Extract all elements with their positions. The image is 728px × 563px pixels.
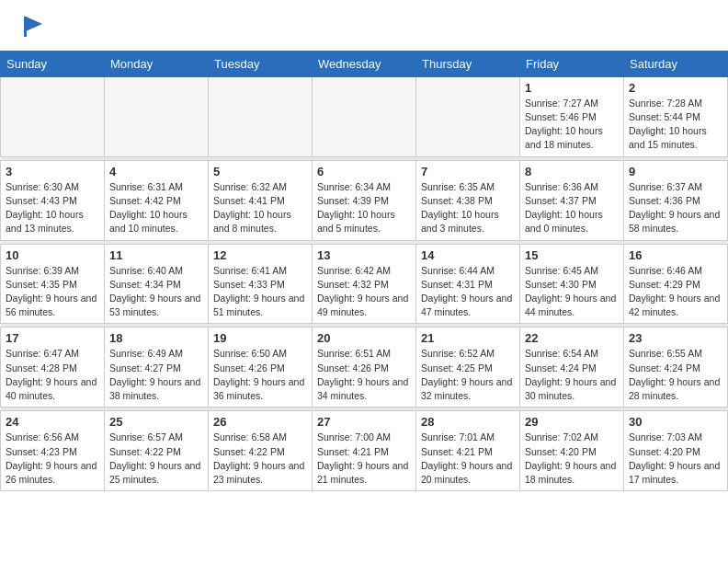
calendar-cell: 19Sunrise: 6:50 AMSunset: 4:26 PMDayligh… [209, 327, 313, 408]
day-info: Sunrise: 6:58 AMSunset: 4:22 PMDaylight:… [213, 431, 307, 487]
day-info: Sunrise: 6:54 AMSunset: 4:24 PMDaylight:… [525, 347, 619, 403]
svg-marker-0 [26, 17, 42, 31]
calendar-cell: 12Sunrise: 6:41 AMSunset: 4:33 PMDayligh… [209, 244, 313, 324]
day-number: 20 [317, 331, 411, 345]
calendar-cell: 27Sunrise: 7:00 AMSunset: 4:21 PMDayligh… [313, 411, 416, 491]
day-info: Sunrise: 7:02 AMSunset: 4:20 PMDaylight:… [525, 431, 619, 487]
calendar-cell: 3Sunrise: 6:30 AMSunset: 4:43 PMDaylight… [1, 160, 105, 240]
day-number: 23 [629, 331, 722, 345]
calendar-cell: 23Sunrise: 6:55 AMSunset: 4:24 PMDayligh… [624, 327, 728, 408]
day-number: 28 [421, 415, 515, 429]
day-number: 3 [6, 165, 99, 178]
day-number: 6 [317, 165, 411, 178]
day-info: Sunrise: 6:47 AMSunset: 4:28 PMDaylight:… [6, 347, 99, 403]
calendar-cell: 22Sunrise: 6:54 AMSunset: 4:24 PMDayligh… [520, 327, 624, 408]
day-number: 24 [6, 415, 99, 429]
day-info: Sunrise: 6:50 AMSunset: 4:26 PMDaylight:… [213, 347, 307, 403]
day-number: 18 [109, 331, 203, 345]
day-info: Sunrise: 6:51 AMSunset: 4:26 PMDaylight:… [317, 347, 411, 403]
calendar-cell: 7Sunrise: 6:35 AMSunset: 4:38 PMDaylight… [416, 160, 520, 240]
page-header [0, 0, 728, 51]
day-number: 13 [317, 248, 411, 262]
day-number: 14 [421, 248, 515, 262]
calendar-cell [313, 76, 416, 156]
calendar-week-4: 17Sunrise: 6:47 AMSunset: 4:28 PMDayligh… [1, 327, 728, 408]
calendar-cell: 5Sunrise: 6:32 AMSunset: 4:41 PMDaylight… [209, 160, 313, 240]
day-info: Sunrise: 7:00 AMSunset: 4:21 PMDaylight:… [317, 431, 411, 487]
calendar-cell: 6Sunrise: 6:34 AMSunset: 4:39 PMDaylight… [313, 160, 416, 240]
day-info: Sunrise: 6:34 AMSunset: 4:39 PMDaylight:… [317, 180, 411, 236]
day-info: Sunrise: 6:36 AMSunset: 4:37 PMDaylight:… [525, 180, 619, 236]
calendar-cell: 29Sunrise: 7:02 AMSunset: 4:20 PMDayligh… [520, 411, 624, 491]
day-number: 1 [525, 81, 619, 95]
logo-icon-shape [22, 15, 46, 43]
calendar-cell [1, 76, 105, 156]
day-info: Sunrise: 6:57 AMSunset: 4:22 PMDaylight:… [109, 431, 203, 487]
day-info: Sunrise: 6:44 AMSunset: 4:31 PMDaylight:… [421, 264, 515, 320]
day-number: 19 [213, 331, 307, 345]
calendar-cell: 26Sunrise: 6:58 AMSunset: 4:22 PMDayligh… [209, 411, 313, 491]
column-header-saturday: Saturday [624, 51, 728, 76]
calendar-week-3: 10Sunrise: 6:39 AMSunset: 4:35 PMDayligh… [1, 244, 728, 324]
day-number: 8 [525, 165, 619, 178]
day-number: 7 [421, 165, 515, 178]
calendar-table: SundayMondayTuesdayWednesdayThursdayFrid… [0, 51, 728, 491]
day-number: 12 [213, 248, 307, 262]
day-number: 11 [109, 248, 203, 262]
day-number: 4 [109, 165, 203, 178]
day-info: Sunrise: 6:32 AMSunset: 4:41 PMDaylight:… [213, 180, 307, 236]
day-info: Sunrise: 6:40 AMSunset: 4:34 PMDaylight:… [109, 264, 203, 320]
calendar-cell [209, 76, 313, 156]
calendar-cell: 10Sunrise: 6:39 AMSunset: 4:35 PMDayligh… [1, 244, 105, 324]
day-number: 9 [629, 165, 722, 178]
calendar-cell: 30Sunrise: 7:03 AMSunset: 4:20 PMDayligh… [624, 411, 728, 491]
day-number: 29 [525, 415, 619, 429]
column-header-sunday: Sunday [1, 51, 105, 76]
calendar-cell: 14Sunrise: 6:44 AMSunset: 4:31 PMDayligh… [416, 244, 520, 324]
day-info: Sunrise: 7:27 AMSunset: 5:46 PMDaylight:… [525, 97, 619, 153]
day-number: 17 [6, 331, 99, 345]
calendar-cell: 15Sunrise: 6:45 AMSunset: 4:30 PMDayligh… [520, 244, 624, 324]
day-info: Sunrise: 7:28 AMSunset: 5:44 PMDaylight:… [629, 97, 722, 153]
column-header-friday: Friday [520, 51, 624, 76]
logo-flag-icon [22, 15, 46, 39]
calendar-week-2: 3Sunrise: 6:30 AMSunset: 4:43 PMDaylight… [1, 160, 728, 240]
calendar-cell: 28Sunrise: 7:01 AMSunset: 4:21 PMDayligh… [416, 411, 520, 491]
day-number: 22 [525, 331, 619, 345]
day-info: Sunrise: 6:35 AMSunset: 4:38 PMDaylight:… [421, 180, 515, 236]
column-header-thursday: Thursday [416, 51, 520, 76]
calendar-cell: 11Sunrise: 6:40 AMSunset: 4:34 PMDayligh… [105, 244, 209, 324]
column-header-monday: Monday [105, 51, 209, 76]
day-number: 21 [421, 331, 515, 345]
calendar-cell [416, 76, 520, 156]
day-info: Sunrise: 6:42 AMSunset: 4:32 PMDaylight:… [317, 264, 411, 320]
day-info: Sunrise: 7:01 AMSunset: 4:21 PMDaylight:… [421, 431, 515, 487]
day-number: 30 [629, 415, 722, 429]
calendar-cell: 1Sunrise: 7:27 AMSunset: 5:46 PMDaylight… [520, 76, 624, 156]
day-number: 5 [213, 165, 307, 178]
day-info: Sunrise: 6:49 AMSunset: 4:27 PMDaylight:… [109, 347, 203, 403]
calendar-header-row: SundayMondayTuesdayWednesdayThursdayFrid… [1, 51, 728, 76]
day-info: Sunrise: 6:30 AMSunset: 4:43 PMDaylight:… [6, 180, 99, 236]
calendar-cell: 21Sunrise: 6:52 AMSunset: 4:25 PMDayligh… [416, 327, 520, 408]
logo [18, 15, 46, 43]
calendar-cell [105, 76, 209, 156]
day-number: 15 [525, 248, 619, 262]
calendar-cell: 25Sunrise: 6:57 AMSunset: 4:22 PMDayligh… [105, 411, 209, 491]
logo-text [18, 15, 46, 43]
day-info: Sunrise: 6:41 AMSunset: 4:33 PMDaylight:… [213, 264, 307, 320]
day-info: Sunrise: 6:56 AMSunset: 4:23 PMDaylight:… [6, 431, 99, 487]
day-number: 2 [629, 81, 722, 95]
day-info: Sunrise: 6:52 AMSunset: 4:25 PMDaylight:… [421, 347, 515, 403]
calendar-week-5: 24Sunrise: 6:56 AMSunset: 4:23 PMDayligh… [1, 411, 728, 491]
calendar-cell: 13Sunrise: 6:42 AMSunset: 4:32 PMDayligh… [313, 244, 416, 324]
day-number: 25 [109, 415, 203, 429]
day-info: Sunrise: 6:37 AMSunset: 4:36 PMDaylight:… [629, 180, 722, 236]
calendar-cell: 17Sunrise: 6:47 AMSunset: 4:28 PMDayligh… [1, 327, 105, 408]
day-number: 26 [213, 415, 307, 429]
day-info: Sunrise: 6:55 AMSunset: 4:24 PMDaylight:… [629, 347, 722, 403]
day-info: Sunrise: 6:46 AMSunset: 4:29 PMDaylight:… [629, 264, 722, 320]
day-info: Sunrise: 7:03 AMSunset: 4:20 PMDaylight:… [629, 431, 722, 487]
calendar-cell: 2Sunrise: 7:28 AMSunset: 5:44 PMDaylight… [624, 76, 728, 156]
calendar-week-1: 1Sunrise: 7:27 AMSunset: 5:46 PMDaylight… [1, 76, 728, 156]
